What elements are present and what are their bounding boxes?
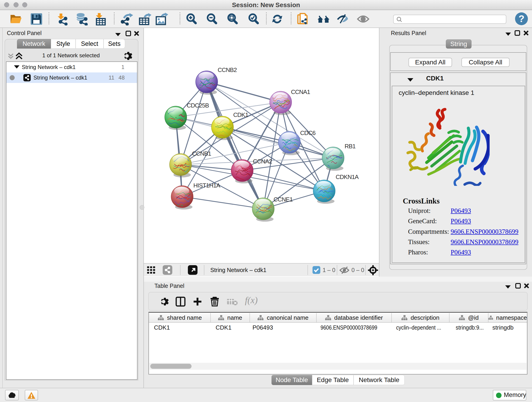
- svg-text:CCNA2: CCNA2: [253, 158, 272, 165]
- svg-text:CCNB1: CCNB1: [192, 150, 211, 157]
- svg-text:HIST1H1A: HIST1H1A: [193, 182, 220, 189]
- svg-text:CCNA1: CCNA1: [291, 89, 310, 95]
- svg-text:CCNB2: CCNB2: [218, 66, 237, 73]
- svg-text:?: ?: [519, 13, 525, 24]
- svg-text:RB1: RB1: [345, 143, 355, 150]
- svg-text:CCNE1: CCNE1: [273, 196, 293, 203]
- svg-text:CDK1: CDK1: [233, 111, 248, 118]
- svg-text:CDC6: CDC6: [300, 129, 316, 136]
- svg-text:CDKN1A: CDKN1A: [336, 173, 359, 180]
- svg-text:CDC25B: CDC25B: [187, 102, 209, 109]
